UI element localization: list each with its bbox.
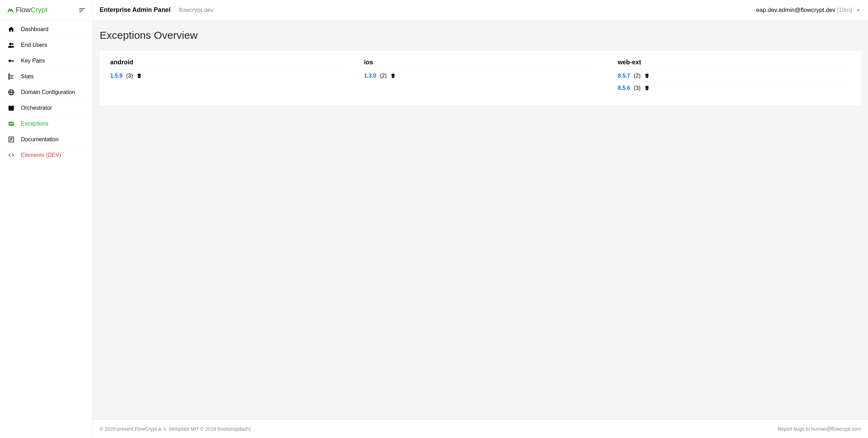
sidebar-item-label: Key Pairs [21,58,45,64]
version-link[interactable]: 8.5.7 [618,73,630,79]
svg-point-4 [12,43,14,45]
sidebar-item-domain-configuration[interactable]: Domain Configuration [0,85,92,100]
sidebar-item-label: Exceptions [21,121,48,127]
svg-rect-29 [392,73,394,74]
svg-rect-28 [391,74,395,75]
key-icon [8,57,15,64]
svg-text:x: x [646,75,647,77]
sidebar: FlowCrypt DashboardEnd UsersKey PairsSta… [0,0,93,438]
svg-rect-26 [138,73,140,74]
sidebar-item-documentation[interactable]: Documentation [0,132,92,148]
sidebar-item-label: Stats [21,73,34,80]
logo-text-crypt: Crypt [30,6,47,14]
version-count: (2) [380,73,387,79]
svg-text:x: x [392,75,393,77]
version-row: 1.5.9(3)x [110,70,343,82]
svg-rect-8 [12,60,13,62]
version-row: 8.5.7(2)x [618,70,851,82]
code-icon [8,152,15,159]
trash-icon[interactable]: x [644,73,650,79]
version-row: 8.5.6(3)x [618,82,851,94]
svg-rect-6 [10,60,14,61]
user-menu[interactable]: eap.dev.admin@flowcrypt.dev [18m] [756,7,861,14]
version-link[interactable]: 1.3.0 [364,73,377,79]
footer: © 2020-present FlowCrypt a. s. (template… [93,419,868,438]
version-link[interactable]: 1.5.9 [110,73,123,79]
sidebar-item-label: Dashboard [21,26,48,33]
column-header: web-ext [618,59,851,70]
topbar: Enterprise Admin Panel flowcrypt.dev eap… [93,0,868,20]
sidebar-item-exceptions[interactable]: Exceptions [0,116,92,132]
svg-point-5 [9,60,11,62]
page-title: Exceptions Overview [100,29,861,41]
version-link[interactable]: 8.5.6 [618,85,630,91]
home-icon [8,26,15,33]
sidebar-item-end-users[interactable]: End Users [0,37,92,53]
sidebar-item-key-pairs[interactable]: Key Pairs [0,53,92,69]
logo-icon [6,6,14,14]
menu-toggle-icon[interactable] [78,6,86,14]
svg-text:x: x [139,75,140,77]
version-count: (2) [634,73,641,79]
chevron-down-icon [855,7,861,13]
user-email: eap.dev.admin@flowcrypt.dev [18m] [756,7,852,14]
trash-icon[interactable]: x [644,85,650,91]
stats-icon [8,73,15,80]
sidebar-item-label: Documentation [21,136,59,143]
logo-text-flow: Flow [16,6,30,14]
user-session-time: [18m] [837,7,852,13]
panel-title: Enterprise Admin Panel [100,6,170,14]
sidebar-item-label: End Users [21,42,47,48]
sidebar-item-dashboard[interactable]: Dashboard [0,22,92,37]
trash-icon[interactable]: x [136,73,142,79]
trash-icon[interactable]: x [390,73,396,79]
sidebar-item-label: Domain Configuration [21,89,75,95]
svg-rect-35 [646,86,648,86]
column-header: ios [364,59,597,70]
svg-rect-7 [13,60,14,62]
panel-domain: flowcrypt.dev [179,7,213,14]
svg-text:x: x [646,87,647,89]
svg-point-3 [9,43,12,45]
exceptions-column-android: android1.5.9(3)x [100,59,354,94]
calendar-icon [8,105,15,112]
sidebar-item-label: Elements (DEV) [21,152,61,158]
footer-bugs: Report bugs to human@flowcrypt.com [778,426,861,432]
sidebar-header: FlowCrypt [0,0,92,20]
version-row: 1.3.0(2)x [364,70,597,82]
footer-copyright: © 2020-present FlowCrypt a. s. (template… [100,426,251,432]
svg-rect-34 [645,86,649,87]
svg-rect-9 [9,74,10,79]
svg-rect-32 [646,73,648,74]
version-count: (3) [634,85,641,91]
svg-rect-17 [9,106,14,107]
exceptions-column-web-ext: web-ext8.5.7(2)x8.5.6(3)x [607,59,861,94]
exceptions-column-ios: ios1.3.0(2)x [354,59,607,94]
sidebar-item-orchestrator[interactable]: Orchestrator [0,100,92,116]
sidebar-item-label: Orchestrator [21,105,52,111]
logo[interactable]: FlowCrypt [6,6,47,14]
doc-icon [8,136,15,143]
footer-bugs-link[interactable]: human@flowcrypt.com [811,426,861,432]
svg-rect-31 [645,74,649,75]
version-count: (3) [126,73,133,79]
sidebar-nav: DashboardEnd UsersKey PairsStatsDomain C… [0,20,92,163]
chart-icon [8,120,15,127]
svg-rect-25 [137,74,141,75]
people-icon [8,42,15,49]
exceptions-card: android1.5.9(3)xios1.3.0(2)xweb-ext8.5.7… [100,51,861,105]
globe-icon [8,89,15,96]
sidebar-item-elements-dev-[interactable]: Elements (DEV) [0,148,92,163]
sidebar-item-stats[interactable]: Stats [0,69,92,85]
column-header: android [110,59,343,70]
